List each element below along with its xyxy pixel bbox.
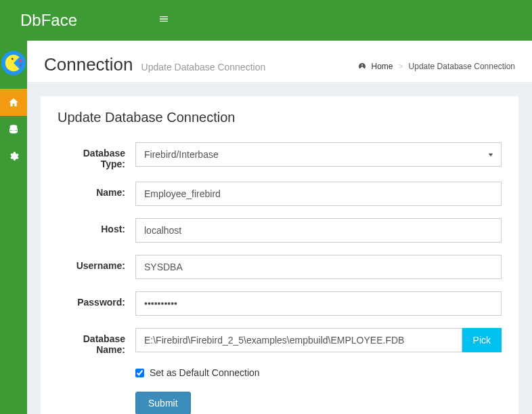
pacman-icon <box>4 54 23 73</box>
page-title: Connection <box>44 54 133 75</box>
default-connection-label: Set as Default Connection <box>150 367 260 378</box>
svg-point-2 <box>12 58 14 60</box>
page-header: Connection Update Database Connection Ho… <box>27 41 532 83</box>
top-bar: DbFace <box>0 0 532 41</box>
username-input[interactable] <box>135 255 502 279</box>
password-input[interactable] <box>135 291 502 316</box>
default-connection-checkbox[interactable] <box>135 369 144 377</box>
menu-toggle-button[interactable] <box>158 14 169 28</box>
breadcrumb: Home > Update Database Connection <box>358 62 515 71</box>
dashboard-icon <box>358 62 366 70</box>
dbname-input[interactable] <box>135 328 462 352</box>
home-icon <box>8 97 19 108</box>
brand-logo: DbFace <box>20 11 77 30</box>
breadcrumb-current: Update Database Connection <box>409 62 515 71</box>
db-type-select[interactable]: Firebird/Interbase <box>135 142 502 167</box>
breadcrumb-home-link[interactable]: Home <box>372 62 393 71</box>
name-input[interactable] <box>135 182 502 206</box>
breadcrumb-separator: > <box>399 62 403 71</box>
host-input[interactable] <box>135 218 502 243</box>
content-area: Connection Update Database Connection Ho… <box>27 41 532 414</box>
page-subtitle: Update Database Connection <box>141 62 266 73</box>
database-icon <box>8 124 19 135</box>
sidebar-item-home[interactable] <box>0 89 27 116</box>
avatar[interactable] <box>1 51 26 75</box>
svg-point-5 <box>10 130 18 133</box>
sidebar-item-database[interactable] <box>0 116 27 143</box>
dbname-label: Database Name: <box>58 328 135 355</box>
svg-point-0 <box>19 59 22 62</box>
sidebar-item-settings[interactable] <box>0 143 27 170</box>
username-label: Username: <box>58 255 135 271</box>
sidebar <box>0 41 27 414</box>
submit-button[interactable]: Submit <box>135 392 191 414</box>
svg-point-1 <box>19 64 22 66</box>
host-label: Host: <box>58 218 135 234</box>
form-panel: Update Database Connection Database Type… <box>41 96 518 414</box>
svg-point-4 <box>10 127 18 130</box>
password-label: Password: <box>58 291 135 308</box>
db-type-label: Database Type: <box>58 142 135 169</box>
name-label: Name: <box>58 182 135 198</box>
pick-button[interactable]: Pick <box>462 328 502 352</box>
bars-icon <box>158 14 169 24</box>
panel-title: Update Database Connection <box>58 110 502 125</box>
gear-icon <box>8 151 19 162</box>
